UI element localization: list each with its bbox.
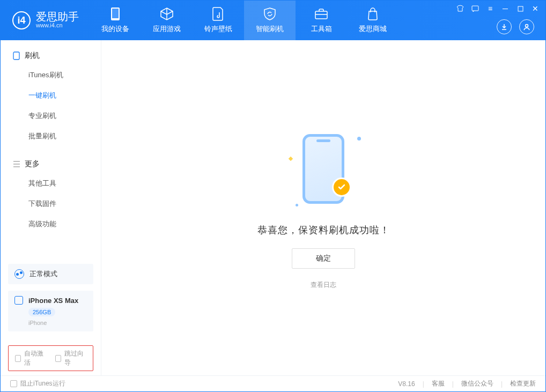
sidebar-item-batch[interactable]: 批量刷机 <box>1 126 101 146</box>
check-update-link[interactable]: 检查更新 <box>510 379 536 388</box>
section-label: 更多 <box>25 159 40 169</box>
list-icon <box>12 160 20 168</box>
svg-rect-6 <box>13 52 19 60</box>
status-bar: 阻止iTunes运行 V8.16 | 客服 | 微信公众号 | 检查更新 <box>1 375 545 391</box>
option-label: 跳过向导 <box>64 349 86 367</box>
sidebar: 刷机 iTunes刷机 一键刷机 专业刷机 批量刷机 更多 其他工具 下载固件 … <box>1 40 101 375</box>
logo: i4 爱思助手 www.i4.cn <box>1 1 90 40</box>
view-log-link[interactable]: 查看日志 <box>311 280 336 290</box>
svg-point-5 <box>526 25 528 27</box>
nav-smart-flash[interactable]: 智能刷机 <box>244 1 296 40</box>
music-file-icon <box>211 7 225 21</box>
success-message: 恭喜您，保资料刷机成功啦！ <box>257 224 390 236</box>
mode-icon <box>14 269 24 279</box>
sidebar-item-advanced[interactable]: 高级功能 <box>1 214 101 234</box>
nav-apps[interactable]: 应用游戏 <box>141 1 193 40</box>
svg-rect-4 <box>518 6 523 11</box>
device-mode-card[interactable]: 正常模式 <box>8 264 93 284</box>
nav-my-device[interactable]: 我的设备 <box>90 1 141 40</box>
check-badge-icon <box>332 177 351 197</box>
close-icon[interactable]: ✕ <box>530 4 540 13</box>
success-illustration <box>281 126 366 212</box>
option-auto-activate[interactable]: 自动激活 <box>15 349 47 367</box>
minimize-icon[interactable]: ─ <box>500 4 510 13</box>
checkbox-icon <box>10 380 17 387</box>
nav-ringtones[interactable]: 铃声壁纸 <box>193 1 244 40</box>
sidebar-item-pro[interactable]: 专业刷机 <box>1 106 101 126</box>
app-name: 爱思助手 <box>36 11 79 22</box>
device-name: iPhone XS Max <box>28 297 78 305</box>
shield-sync-icon <box>263 7 277 21</box>
wechat-link[interactable]: 微信公众号 <box>461 379 493 388</box>
menu-icon[interactable]: ≡ <box>485 4 495 13</box>
sidebar-item-download-fw[interactable]: 下载固件 <box>1 194 101 214</box>
bag-icon <box>366 7 380 21</box>
toolbox-icon <box>314 7 328 21</box>
nav-mall[interactable]: 爱思商城 <box>347 1 399 40</box>
sidebar-item-itunes[interactable]: iTunes刷机 <box>1 65 101 85</box>
nav-label: 应用游戏 <box>153 24 181 34</box>
cube-icon <box>160 7 174 21</box>
nav-label: 我的设备 <box>101 24 129 34</box>
checkbox-icon <box>15 355 21 362</box>
app-url: www.i4.cn <box>36 22 79 29</box>
user-icon[interactable] <box>519 19 534 34</box>
ok-button[interactable]: 确定 <box>292 248 355 269</box>
sidebar-item-oneclick[interactable]: 一键刷机 <box>1 85 101 106</box>
main-nav: 我的设备 应用游戏 铃声壁纸 智能刷机 工具箱 爱思商城 <box>90 1 399 40</box>
section-label: 刷机 <box>25 51 40 61</box>
sidebar-section-flash: 刷机 <box>1 48 101 65</box>
svg-rect-1 <box>112 9 119 18</box>
option-skip-wizard[interactable]: 跳过向导 <box>55 349 87 367</box>
logo-icon: i4 <box>12 11 31 29</box>
skin-icon[interactable] <box>455 4 465 13</box>
svg-rect-2 <box>315 11 327 19</box>
download-icon[interactable] <box>497 19 512 34</box>
nav-toolbox[interactable]: 工具箱 <box>296 1 347 40</box>
phone-outline-icon <box>12 52 20 60</box>
checkbox-icon <box>55 355 61 362</box>
device-phone-icon <box>14 296 23 305</box>
option-block-itunes[interactable]: 阻止iTunes运行 <box>10 379 65 388</box>
feedback-icon[interactable] <box>470 4 480 13</box>
svg-rect-3 <box>472 6 478 11</box>
nav-label: 工具箱 <box>311 24 332 34</box>
phone-icon <box>108 7 122 21</box>
maximize-icon[interactable] <box>515 4 525 13</box>
mode-label: 正常模式 <box>29 269 57 279</box>
app-header: i4 爱思助手 www.i4.cn 我的设备 应用游戏 铃声壁纸 智能刷机 工具… <box>1 1 545 40</box>
nav-label: 铃声壁纸 <box>204 24 232 34</box>
option-label: 自动激活 <box>24 349 46 367</box>
version-label: V8.16 <box>398 380 415 388</box>
flash-options-highlight: 自动激活 跳过向导 <box>8 345 93 371</box>
device-type: iPhone <box>28 320 47 326</box>
support-link[interactable]: 客服 <box>432 379 445 388</box>
nav-label: 智能刷机 <box>256 24 284 34</box>
sidebar-section-more: 更多 <box>1 156 101 173</box>
main-content: 恭喜您，保资料刷机成功啦！ 确定 查看日志 <box>101 40 545 375</box>
nav-label: 爱思商城 <box>359 24 387 34</box>
device-capacity: 256GB <box>28 308 55 316</box>
sidebar-item-other-tools[interactable]: 其他工具 <box>1 173 101 194</box>
device-card[interactable]: iPhone XS Max 256GB iPhone <box>8 291 93 331</box>
option-label: 阻止iTunes运行 <box>20 379 65 388</box>
